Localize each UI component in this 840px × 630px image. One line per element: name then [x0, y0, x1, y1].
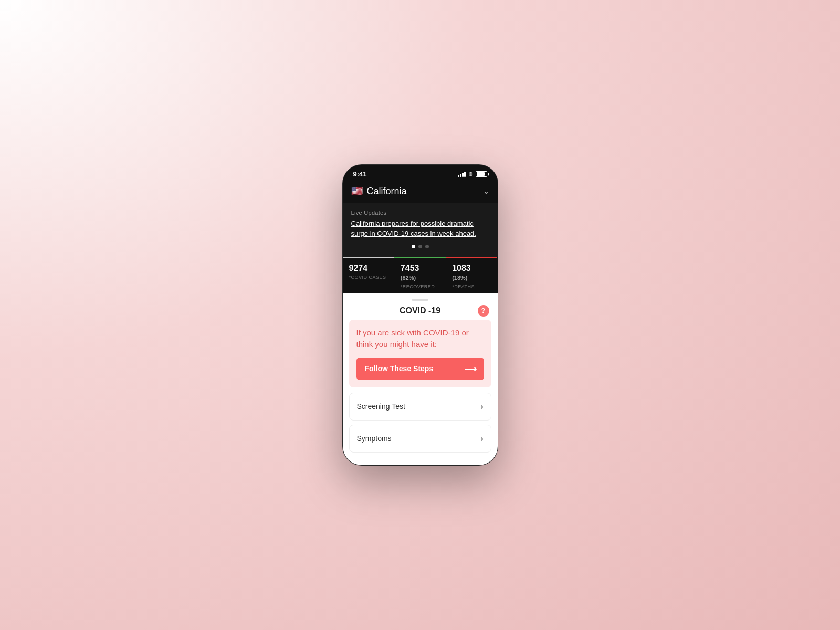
dot-1[interactable] — [412, 245, 415, 248]
symptoms-label: Symptoms — [357, 434, 392, 443]
screening-arrow-icon: ⟶ — [471, 402, 484, 412]
recovered-value: 7453 (82%) — [401, 264, 439, 282]
recovered-label: *RECOVERED — [401, 284, 439, 289]
live-updates-label: Live Updates — [351, 209, 489, 216]
stat-cases: 9274 *COVID CASES — [343, 257, 394, 293]
stat-recovered: 7453 (82%) *RECOVERED — [394, 257, 446, 293]
dot-3[interactable] — [425, 245, 429, 248]
deaths-label: *DEATHS — [452, 284, 491, 289]
location-name: California — [367, 186, 407, 197]
sheet-header: COVID -19 ? — [343, 301, 498, 320]
status-time: 9:41 — [353, 170, 367, 178]
stats-row: 9274 *COVID CASES 7453 (82%) *RECOVERED … — [343, 257, 498, 293]
dot-2[interactable] — [418, 245, 422, 248]
location-header[interactable]: 🇺🇸 California ⌄ — [343, 181, 498, 203]
arrow-right-icon: ⟶ — [465, 364, 476, 374]
screening-test-item[interactable]: Screening Test ⟶ — [349, 393, 491, 421]
news-headline[interactable]: California prepares for possible dramati… — [351, 219, 489, 238]
stat-deaths: 1083 (18%) *DEATHS — [446, 257, 497, 293]
news-banner: Live Updates California prepares for pos… — [343, 203, 498, 256]
symptoms-item[interactable]: Symptoms ⟶ — [349, 425, 491, 453]
wifi-icon: ⊛ — [468, 171, 473, 177]
chevron-down-icon[interactable]: ⌄ — [483, 187, 489, 195]
sheet-title: COVID -19 — [400, 306, 440, 316]
symptoms-arrow-icon: ⟶ — [471, 434, 484, 444]
status-icons: ⊛ — [458, 171, 487, 177]
battery-icon — [476, 171, 487, 177]
bottom-sheet: COVID -19 ? If you are sick with COVID-1… — [343, 293, 498, 465]
status-bar: 9:41 ⊛ — [343, 165, 498, 181]
phone-frame: 9:41 ⊛ 🇺🇸 California ⌄ Live Updates Cali… — [343, 165, 498, 465]
flag-icon: 🇺🇸 — [351, 185, 363, 197]
screening-test-label: Screening Test — [357, 402, 405, 411]
cases-label: *COVID CASES — [349, 275, 388, 280]
pagination-dots — [351, 245, 489, 248]
location-selector[interactable]: 🇺🇸 California — [351, 185, 407, 197]
info-text: If you are sick with COVID-19 or think y… — [356, 327, 484, 350]
info-card: If you are sick with COVID-19 or think y… — [349, 320, 491, 387]
follow-steps-button[interactable]: Follow These Steps ⟶ — [356, 358, 484, 380]
signal-icon — [458, 172, 466, 177]
help-button[interactable]: ? — [478, 305, 489, 317]
cases-value: 9274 — [349, 264, 388, 273]
sheet-handle — [343, 293, 498, 301]
deaths-value: 1083 (18%) — [452, 264, 491, 282]
